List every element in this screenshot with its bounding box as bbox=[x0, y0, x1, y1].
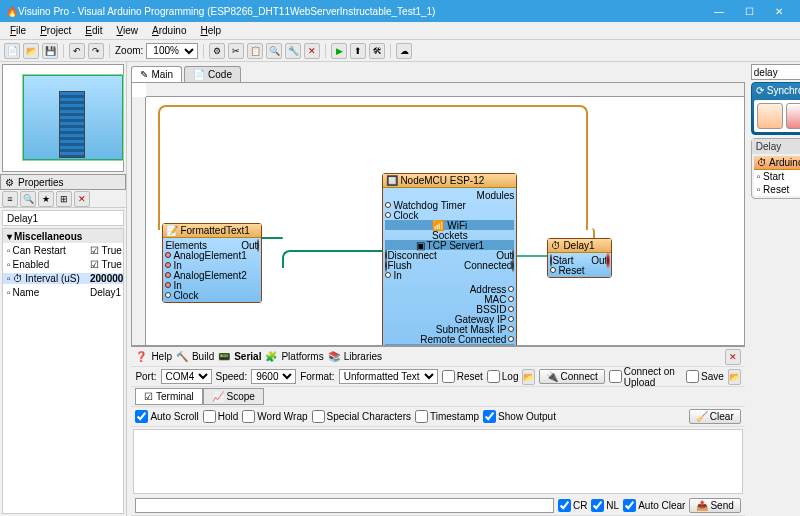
tab-platforms[interactable]: Platforms bbox=[281, 351, 323, 362]
tool-icon[interactable]: 🔧 bbox=[285, 43, 301, 59]
maximize-button[interactable]: ☐ bbox=[734, 0, 764, 22]
pin-in[interactable] bbox=[165, 272, 171, 278]
palette-item-header[interactable]: ⏱ Arduino/Delay bbox=[754, 156, 800, 170]
upload-icon[interactable]: ⬆ bbox=[350, 43, 366, 59]
log-folder-icon[interactable]: 📂 bbox=[522, 369, 535, 385]
design-canvas[interactable]: 📝FormattedText1 ElementsOut AnalogElemen… bbox=[131, 82, 744, 346]
pin[interactable] bbox=[508, 336, 514, 342]
prop-tool-icon[interactable]: ≡ bbox=[2, 191, 18, 207]
close-panel-icon[interactable]: ✕ bbox=[725, 349, 741, 365]
prop-tool-icon[interactable]: ✕ bbox=[74, 191, 90, 207]
reset-checkbox[interactable]: Reset bbox=[442, 370, 483, 383]
tool-icon[interactable]: ⚙ bbox=[209, 43, 225, 59]
close-button[interactable]: ✕ bbox=[764, 0, 794, 22]
nl-checkbox[interactable]: NL bbox=[591, 499, 619, 512]
properties-tree[interactable]: ▾ Miscellaneous ▫ Can Restart☑ True ▫ En… bbox=[2, 228, 124, 514]
tool-icon[interactable]: 🔍 bbox=[266, 43, 282, 59]
menu-file[interactable]: File bbox=[4, 23, 32, 38]
ruler-horizontal bbox=[146, 83, 743, 97]
board-icon[interactable]: 🛠 bbox=[369, 43, 385, 59]
autoscroll-checkbox[interactable]: Auto Scroll bbox=[135, 410, 198, 423]
pin-out[interactable] bbox=[257, 239, 259, 252]
menu-arduino[interactable]: Arduino bbox=[146, 23, 192, 38]
tool-icon[interactable]: ✕ bbox=[304, 43, 320, 59]
run-icon[interactable]: ▶ bbox=[331, 43, 347, 59]
pin[interactable] bbox=[508, 316, 514, 322]
pin[interactable] bbox=[607, 254, 609, 267]
port-select[interactable]: COM4 bbox=[161, 369, 212, 384]
redo-icon[interactable]: ↷ bbox=[88, 43, 104, 59]
tab-main[interactable]: ✎ Main bbox=[131, 66, 182, 82]
tab-code[interactable]: 📄 Code bbox=[184, 66, 241, 82]
menu-project[interactable]: Project bbox=[34, 23, 77, 38]
tab-libraries[interactable]: Libraries bbox=[344, 351, 382, 362]
minimize-button[interactable]: — bbox=[704, 0, 734, 22]
menu-help[interactable]: Help bbox=[194, 23, 227, 38]
pin-in[interactable] bbox=[165, 282, 171, 288]
palette-item[interactable] bbox=[786, 103, 800, 129]
ruler-vertical bbox=[132, 97, 146, 345]
connect-button[interactable]: 🔌 Connect bbox=[539, 369, 604, 384]
zoom-select[interactable]: 100% bbox=[146, 43, 198, 59]
clear-button[interactable]: 🧹 Clear bbox=[689, 409, 741, 424]
search-input[interactable] bbox=[751, 64, 800, 80]
pin[interactable] bbox=[508, 306, 514, 312]
pin[interactable] bbox=[508, 286, 514, 292]
pin[interactable] bbox=[385, 202, 391, 208]
pin[interactable] bbox=[385, 212, 391, 218]
speed-select[interactable]: 9600 bbox=[251, 369, 296, 384]
spec-checkbox[interactable]: Special Characters bbox=[312, 410, 411, 423]
save-icon[interactable]: 💾 bbox=[42, 43, 58, 59]
pin[interactable] bbox=[385, 272, 391, 278]
hold-checkbox[interactable]: Hold bbox=[203, 410, 239, 423]
show-checkbox[interactable]: Show Output bbox=[483, 410, 556, 423]
send-input[interactable] bbox=[135, 498, 554, 513]
tab-help[interactable]: Help bbox=[151, 351, 172, 362]
menu-view[interactable]: View bbox=[110, 23, 144, 38]
pin-in[interactable] bbox=[165, 262, 171, 268]
log-checkbox[interactable]: Log bbox=[487, 370, 519, 383]
tab-terminal[interactable]: ☑ Terminal bbox=[135, 388, 202, 405]
send-button[interactable]: 📤 Send bbox=[689, 498, 740, 513]
save-checkbox[interactable]: Save bbox=[686, 370, 724, 383]
tool-icon[interactable]: 📋 bbox=[247, 43, 263, 59]
tab-scope[interactable]: 📈 Scope bbox=[203, 388, 264, 405]
sync-icon: ⟳ bbox=[756, 85, 764, 96]
titlebar: 🔥 Visuino Pro - Visual Arduino Programmi… bbox=[0, 0, 800, 22]
pin-clock[interactable] bbox=[165, 292, 171, 298]
pin[interactable] bbox=[550, 267, 556, 273]
save-folder-icon[interactable]: 📂 bbox=[728, 369, 741, 385]
chip-icon: 🔲 bbox=[386, 175, 398, 186]
tab-serial[interactable]: Serial bbox=[234, 351, 261, 362]
menu-edit[interactable]: Edit bbox=[79, 23, 108, 38]
tool-icon[interactable]: ✂ bbox=[228, 43, 244, 59]
preview-panel[interactable] bbox=[2, 64, 124, 172]
ts-checkbox[interactable]: Timestamp bbox=[415, 410, 479, 423]
app-icon: 🔥 bbox=[6, 6, 18, 17]
pin-in[interactable] bbox=[165, 252, 171, 258]
prop-tool-icon[interactable]: ⊞ bbox=[56, 191, 72, 207]
clock-icon: ⏱ bbox=[551, 240, 561, 251]
text-icon: 📝 bbox=[166, 225, 178, 236]
undo-icon[interactable]: ↶ bbox=[69, 43, 85, 59]
pin[interactable] bbox=[508, 296, 514, 302]
prop-tool-icon[interactable]: ★ bbox=[38, 191, 54, 207]
prop-tool-icon[interactable]: 🔍 bbox=[20, 191, 36, 207]
new-icon[interactable]: 📄 bbox=[4, 43, 20, 59]
wrap-checkbox[interactable]: Word Wrap bbox=[242, 410, 307, 423]
cloud-icon[interactable]: ☁ bbox=[396, 43, 412, 59]
cou-checkbox[interactable]: Connect on Upload bbox=[609, 366, 678, 388]
format-select[interactable]: Unformatted Text bbox=[339, 369, 438, 384]
pin[interactable] bbox=[512, 259, 514, 272]
terminal-output[interactable] bbox=[133, 429, 742, 494]
node-delay1[interactable]: ⏱Delay1 StartOut Reset bbox=[547, 238, 612, 278]
open-icon[interactable]: 📂 bbox=[23, 43, 39, 59]
node-nodemcu[interactable]: 🔲NodeMCU ESP-12 Modules Watchdog Timer C… bbox=[382, 173, 517, 346]
tab-build[interactable]: Build bbox=[192, 351, 214, 362]
cr-checkbox[interactable]: CR bbox=[558, 499, 587, 512]
pin[interactable] bbox=[508, 326, 514, 332]
node-formattedtext1[interactable]: 📝FormattedText1 ElementsOut AnalogElemen… bbox=[162, 223, 262, 303]
bottom-panel: ❓Help 🔨Build 📟Serial 🧩Platforms 📚Librari… bbox=[131, 346, 744, 516]
autoclear-checkbox[interactable]: Auto Clear bbox=[623, 499, 685, 512]
palette-item[interactable] bbox=[757, 103, 783, 129]
